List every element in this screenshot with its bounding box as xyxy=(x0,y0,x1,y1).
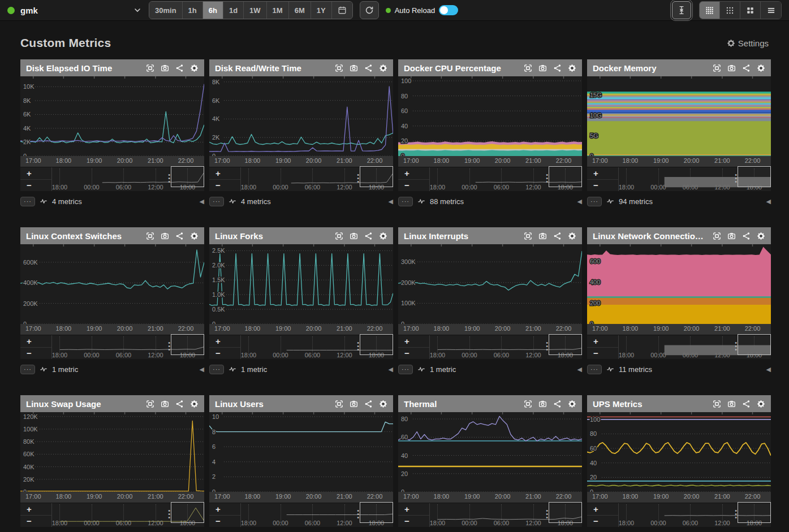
navigator-chart[interactable]: 18:0000:0006:0012:0018:00••• xyxy=(430,335,582,359)
ellipsis-button[interactable]: ··· xyxy=(398,197,413,206)
time-range-6h[interactable]: 6h xyxy=(203,2,223,19)
nav-selection[interactable] xyxy=(360,334,393,355)
expand-icon[interactable] xyxy=(524,232,532,240)
nav-selection[interactable] xyxy=(171,334,204,355)
collapse-left-icon[interactable]: ◀ xyxy=(577,366,582,373)
share-icon[interactable] xyxy=(175,232,184,240)
gear-icon[interactable] xyxy=(190,232,199,240)
view-mode-list[interactable] xyxy=(761,2,781,19)
time-range-1W[interactable]: 1W xyxy=(244,2,267,19)
ellipsis-button[interactable]: ··· xyxy=(20,197,35,206)
expand-icon[interactable] xyxy=(713,232,721,240)
zoom-in-button[interactable]: + xyxy=(209,335,240,347)
zoom-in-button[interactable]: + xyxy=(20,167,51,179)
camera-icon[interactable] xyxy=(727,232,736,240)
nav-selection-handle[interactable]: ••• xyxy=(735,341,737,351)
time-range-6M[interactable]: 6M xyxy=(289,2,311,19)
gear-icon[interactable] xyxy=(568,400,576,408)
nav-selection-handle[interactable]: ••• xyxy=(357,173,359,183)
gear-icon[interactable] xyxy=(190,400,199,408)
expand-icon[interactable] xyxy=(335,232,343,240)
zoom-in-button[interactable]: + xyxy=(209,167,240,179)
gear-icon[interactable] xyxy=(379,400,387,408)
share-icon[interactable] xyxy=(553,232,562,240)
share-icon[interactable] xyxy=(553,400,562,408)
nav-selection[interactable] xyxy=(738,334,771,355)
nav-selection[interactable] xyxy=(360,502,393,523)
camera-icon[interactable] xyxy=(538,232,547,240)
chart-canvas[interactable]: 806040200 xyxy=(398,412,582,492)
camera-icon[interactable] xyxy=(727,64,736,72)
nav-selection-handle[interactable]: ••• xyxy=(357,509,359,519)
collapse-left-icon[interactable]: ◀ xyxy=(766,198,771,205)
time-range-1d[interactable]: 1d xyxy=(223,2,244,19)
share-icon[interactable] xyxy=(175,64,184,72)
zoom-in-button[interactable]: + xyxy=(587,335,618,347)
chart-canvas[interactable]: 120K100K80K60K40K20K0 xyxy=(20,412,204,492)
zoom-in-button[interactable]: + xyxy=(20,503,51,515)
zoom-out-button[interactable]: − xyxy=(209,515,240,527)
settings-button[interactable]: Settings xyxy=(727,38,769,48)
nav-selection-handle[interactable]: ••• xyxy=(735,509,737,519)
navigator-chart[interactable]: 18:0000:0006:0012:0018:00••• xyxy=(52,503,204,527)
share-icon[interactable] xyxy=(742,64,751,72)
zoom-out-button[interactable]: − xyxy=(209,179,240,192)
zoom-out-button[interactable]: − xyxy=(398,179,429,192)
nav-selection[interactable] xyxy=(738,502,771,523)
navigator-chart[interactable]: 18:0000:0006:0012:0018:00••• xyxy=(430,503,582,527)
chart-canvas[interactable]: 600K400K200K0 xyxy=(20,244,204,324)
expand-icon[interactable] xyxy=(146,64,154,72)
nav-selection[interactable] xyxy=(738,166,771,187)
gear-icon[interactable] xyxy=(190,64,199,72)
expand-icon[interactable] xyxy=(146,232,154,240)
time-range-1Y[interactable]: 1Y xyxy=(311,2,332,19)
collapse-left-icon[interactable]: ◀ xyxy=(389,198,393,205)
chart-canvas[interactable]: 15G10G5G0 xyxy=(587,76,771,156)
gear-icon[interactable] xyxy=(757,400,765,408)
zoom-in-button[interactable]: + xyxy=(398,167,429,179)
camera-icon[interactable] xyxy=(727,400,736,408)
collapse-vertical-button[interactable] xyxy=(672,1,691,19)
expand-icon[interactable] xyxy=(713,64,721,72)
navigator-chart[interactable]: 18:0000:0006:0012:0018:00••• xyxy=(430,167,582,191)
navigator-chart[interactable]: 18:0000:0006:0012:0018:00••• xyxy=(241,167,393,191)
collapse-left-icon[interactable]: ◀ xyxy=(389,366,393,373)
nav-selection-handle[interactable]: ••• xyxy=(168,173,170,183)
nav-selection[interactable] xyxy=(549,334,582,355)
expand-icon[interactable] xyxy=(335,64,343,72)
gear-icon[interactable] xyxy=(379,232,387,240)
expand-icon[interactable] xyxy=(146,400,154,408)
camera-icon[interactable] xyxy=(161,400,169,408)
ellipsis-button[interactable]: ··· xyxy=(398,365,413,374)
ellipsis-button[interactable]: ··· xyxy=(209,197,224,206)
chart-canvas[interactable]: 6004002000 xyxy=(587,244,771,324)
refresh-button[interactable] xyxy=(360,1,379,19)
nav-selection[interactable] xyxy=(549,166,582,187)
nav-selection[interactable] xyxy=(360,166,393,187)
nav-selection[interactable] xyxy=(171,166,204,187)
zoom-in-button[interactable]: + xyxy=(587,503,618,515)
chart-canvas[interactable]: 2.5K2.0K1.5K1.0K0.5K0 xyxy=(209,244,393,324)
navigator-chart[interactable]: 18:0000:0006:0012:0018:00••• xyxy=(241,335,393,359)
chart-canvas[interactable]: 300K200K100K0 xyxy=(398,244,582,324)
camera-icon[interactable] xyxy=(161,64,169,72)
share-icon[interactable] xyxy=(364,232,373,240)
camera-icon[interactable] xyxy=(350,400,358,408)
camera-icon[interactable] xyxy=(350,64,358,72)
zoom-in-button[interactable]: + xyxy=(209,503,240,515)
nav-selection-handle[interactable]: ••• xyxy=(357,341,359,351)
chart-canvas[interactable]: 100806040200 xyxy=(398,76,582,156)
ellipsis-button[interactable]: ··· xyxy=(209,365,224,374)
view-mode-grid-pairs[interactable] xyxy=(740,2,761,19)
zoom-in-button[interactable]: + xyxy=(398,503,429,515)
gear-icon[interactable] xyxy=(379,64,387,72)
view-mode-grid-sparse[interactable] xyxy=(720,2,740,19)
collapse-left-icon[interactable]: ◀ xyxy=(200,198,204,205)
expand-icon[interactable] xyxy=(524,400,532,408)
time-range-1M[interactable]: 1M xyxy=(267,2,289,19)
gear-icon[interactable] xyxy=(757,232,765,240)
share-icon[interactable] xyxy=(742,232,751,240)
zoom-out-button[interactable]: − xyxy=(20,515,51,527)
navigator-chart[interactable]: 18:0000:0006:0012:0018:00••• xyxy=(619,335,771,359)
time-range-30min[interactable]: 30min xyxy=(149,2,183,19)
